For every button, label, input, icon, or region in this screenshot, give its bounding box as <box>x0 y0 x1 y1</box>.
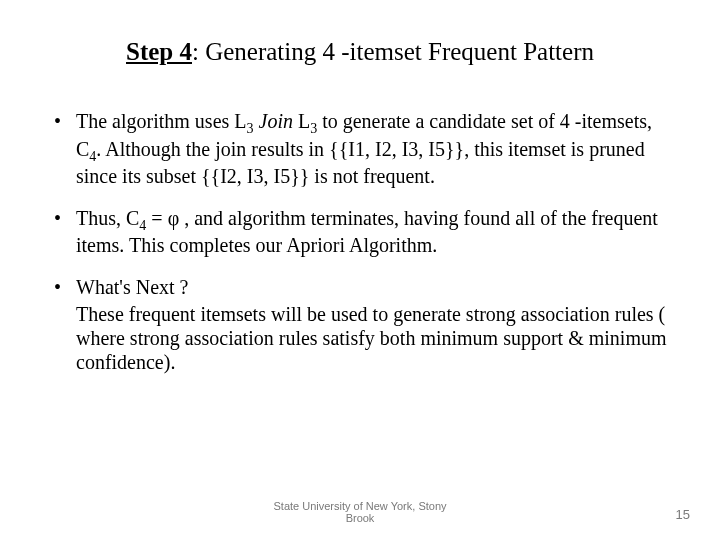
text: These frequent itemsets will be used to … <box>76 303 667 372</box>
text: Thus, C <box>76 207 139 229</box>
text-italic: Join <box>259 110 293 132</box>
step-label: Step 4 <box>126 38 192 65</box>
bullet-3-continuation: These frequent itemsets will be used to … <box>48 303 672 374</box>
bullet-3: What's Next ? <box>48 276 672 300</box>
bullet-1: The algorithm uses L3 Join L3 to generat… <box>48 110 672 189</box>
phi-symbol: φ <box>168 207 180 229</box>
slide-title: Step 4: Generating 4 -itemset Frequent P… <box>48 38 672 66</box>
text: What's Next ? <box>76 276 188 298</box>
page-number: 15 <box>676 507 690 522</box>
bullet-list: The algorithm uses L3 Join L3 to generat… <box>48 110 672 299</box>
footer-line2: Brook <box>346 512 375 524</box>
title-rest: : Generating 4 -itemset Frequent Pattern <box>192 38 594 65</box>
footer-line1: State University of New York, Stony <box>273 500 446 512</box>
bullet-2: Thus, C4 = φ , and algorithm terminates,… <box>48 207 672 258</box>
text: L <box>293 110 310 132</box>
text: . Although the join results in {{I1, I2,… <box>76 138 645 188</box>
text: The algorithm uses L <box>76 110 247 132</box>
footer-org: State University of New York, Stony Broo… <box>0 500 720 524</box>
text: = <box>146 207 167 229</box>
subscript: 3 <box>247 121 254 136</box>
